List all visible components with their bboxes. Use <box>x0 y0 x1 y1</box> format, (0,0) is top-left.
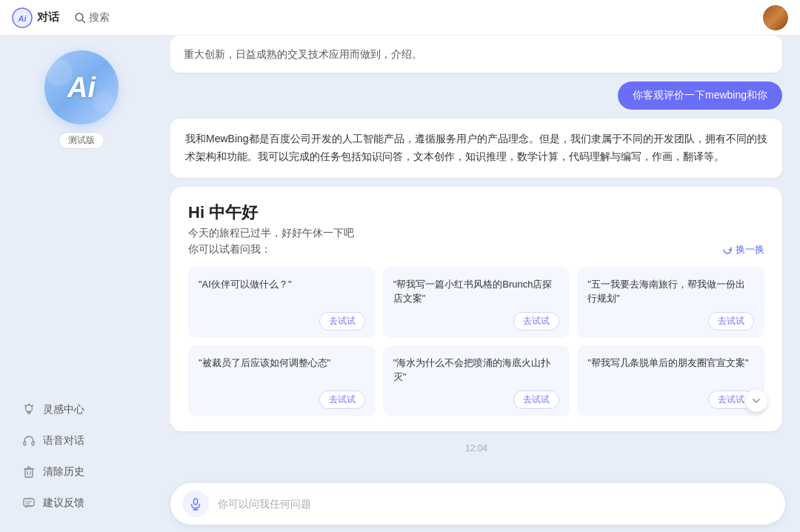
input-bar <box>170 483 785 525</box>
suggestion-card-4: "海水为什么不会把喷涌的海底火山扑灭" 去试试 <box>383 345 570 416</box>
greeting-try-label: 你可以试着问我： 换一换 <box>188 243 764 256</box>
partial-message-text: 重大创新，日益成熟的交叉技术应用而做到，介绍。 <box>184 48 422 60</box>
headphone-icon <box>22 434 36 448</box>
timestamp: 12:04 <box>170 443 782 453</box>
sidebar-item-voice[interactable]: 语音对话 <box>12 427 151 455</box>
sidebar: Ai 测试版 灵感中心 <box>0 36 163 532</box>
svg-line-8 <box>33 405 33 406</box>
refresh-label: 换一换 <box>736 243 764 256</box>
greeting-hi: Hi 中午好 <box>188 202 764 224</box>
svg-text:Ai: Ai <box>18 14 27 23</box>
sidebar-item-label: 建议反馈 <box>43 496 84 510</box>
svg-point-4 <box>46 59 73 86</box>
svg-line-3 <box>82 20 85 23</box>
try-label-text: 你可以试着问我： <box>188 243 271 256</box>
mic-btn[interactable] <box>182 491 209 517</box>
sidebar-item-feedback[interactable]: 建议反馈 <box>12 489 151 517</box>
sidebar-item-label: 语音对话 <box>43 434 84 448</box>
user-message-row: 你客观评价一下mewbing和你 <box>170 82 782 110</box>
ai-avatar: Ai <box>44 50 119 124</box>
chat-area: 重大创新，日益成熟的交叉技术应用而做到，介绍。 你客观评价一下mewbing和你… <box>163 36 800 532</box>
user-bubble: 你客观评价一下mewbing和你 <box>618 82 782 110</box>
suggestion-card-1: "帮我写一篇小红书风格的Brunch店探店文案" 去试试 <box>383 267 570 338</box>
user-avatar[interactable] <box>763 5 788 30</box>
suggestion-text-0: "AI伙伴可以做什么？" <box>199 277 365 306</box>
suggestion-card-5: "帮我写几条脱单后的朋友圈官宣文案" 去试试 <box>577 345 764 416</box>
beta-badge: 测试版 <box>59 132 104 149</box>
try-btn-0[interactable]: 去试试 <box>319 312 365 330</box>
lightbulb-icon <box>22 403 36 416</box>
svg-rect-19 <box>194 499 198 505</box>
svg-line-9 <box>25 405 26 406</box>
suggestion-text-4: "海水为什么不会把喷涌的海底火山扑灭" <box>393 356 560 385</box>
suggestion-card-0: "AI伙伴可以做什么？" 去试试 <box>188 267 376 338</box>
suggestion-text-1: "帮我写一篇小红书风格的Brunch店探店文案" <box>393 277 560 306</box>
chat-input[interactable] <box>218 498 773 510</box>
sidebar-item-history[interactable]: 清除历史 <box>12 458 151 486</box>
top-nav: Ai 对话 搜索 <box>0 0 800 36</box>
suggestion-card-3: "被裁员了后应该如何调整心态" 去试试 <box>188 345 376 416</box>
greeting-subtitle: 今天的旅程已过半，好好午休一下吧 <box>188 227 764 240</box>
sidebar-item-label: 清除历史 <box>43 465 84 479</box>
nav-search-btn[interactable]: 搜索 <box>74 11 110 24</box>
chevron-down-icon <box>751 396 761 406</box>
main-layout: Ai 测试版 灵感中心 <box>0 36 800 532</box>
search-icon <box>74 12 86 24</box>
nav-logo-text: 对话 <box>37 10 59 24</box>
trash-icon <box>22 465 36 479</box>
suggestion-text-5: "帮我写几条脱单后的朋友圈官宣文案" <box>587 356 754 385</box>
mic-icon <box>189 497 202 511</box>
suggestion-text-3: "被裁员了后应该如何调整心态" <box>199 356 365 385</box>
svg-rect-10 <box>24 442 26 445</box>
svg-rect-12 <box>25 469 33 477</box>
scroll-down-btn[interactable] <box>745 390 767 412</box>
partial-message: 重大创新，日益成熟的交叉技术应用而做到，介绍。 <box>170 36 782 73</box>
feedback-icon <box>22 496 36 510</box>
messages-wrapper: 重大创新，日益成熟的交叉技术应用而做到，介绍。 你客观评价一下mewbing和你… <box>170 36 785 471</box>
refresh-icon <box>722 245 733 255</box>
try-btn-1[interactable]: 去试试 <box>513 312 559 330</box>
ai-logo-icon: Ai <box>12 7 33 28</box>
try-btn-4[interactable]: 去试试 <box>513 390 559 409</box>
suggestion-card-2: "五一我要去海南旅行，帮我做一份出行规划" 去试试 <box>577 267 764 338</box>
messages-scroll[interactable]: 重大创新，日益成熟的交叉技术应用而做到，介绍。 你客观评价一下mewbing和你… <box>170 36 785 471</box>
try-btn-3[interactable]: 去试试 <box>319 390 365 409</box>
sidebar-item-inspiration[interactable]: 灵感中心 <box>12 396 151 424</box>
refresh-btn[interactable]: 换一换 <box>722 243 764 256</box>
svg-rect-16 <box>24 499 34 506</box>
sidebar-menu: 灵感中心 语音对话 清除历史 <box>0 396 163 517</box>
greeting-card: Hi 中午好 今天的旅程已过半，好好午休一下吧 你可以试着问我： 换一换 <box>170 187 782 431</box>
svg-rect-11 <box>32 442 34 445</box>
suggestion-text-2: "五一我要去海南旅行，帮我做一份出行规划" <box>587 277 754 306</box>
svg-point-5 <box>93 92 114 113</box>
nav-logo[interactable]: Ai 对话 <box>12 7 59 28</box>
ai-response: 我和MewBing都是百度公司开发的人工智能产品，遵循服务用户的产品理念。但是，… <box>170 119 782 178</box>
suggestion-grid: "AI伙伴可以做什么？" 去试试 "帮我写一篇小红书风格的Brunch店探店文案… <box>188 267 764 416</box>
sidebar-item-label: 灵感中心 <box>43 403 84 416</box>
try-btn-2[interactable]: 去试试 <box>708 312 754 330</box>
search-label: 搜索 <box>89 11 110 24</box>
svg-point-6 <box>26 405 33 412</box>
ai-avatar-container: Ai 测试版 <box>44 50 119 149</box>
